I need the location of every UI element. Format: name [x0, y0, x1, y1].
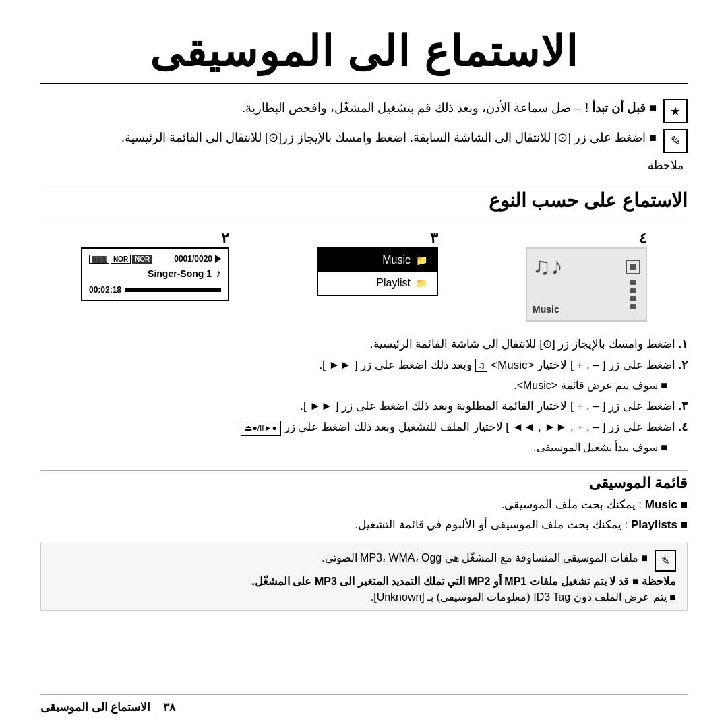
grid-icons-col — [620, 249, 646, 320]
menu-label-playlist: Playlist — [376, 277, 411, 289]
diagram-num-3: ٣ — [317, 230, 438, 247]
music-notes-icon: ♪♫ — [533, 254, 563, 278]
diagram-num-2: ٢ — [81, 230, 229, 247]
music-label: Music — [645, 498, 677, 511]
music-grid: ♪♫ Music — [526, 247, 647, 322]
pencil-icon: ✎ — [663, 129, 688, 153]
play-icon — [215, 255, 221, 263]
mode-nor-1: NOR — [132, 255, 152, 264]
note-label-top: ملاحظة — [40, 158, 684, 173]
diagrams-row: ٢ 0001/0020 NOR NOR ▓▓▓ ♪ Singer-Song 1 — [40, 230, 688, 322]
intro-section: ★ ■ قبل أن تبدأ ! – صل سماعة الأذن، وبعد… — [40, 99, 688, 173]
folder-icon-playlist: 📁 — [416, 278, 427, 289]
step-3: ٣. اضغط على زر [ – , + ] لاختيار القائمة… — [40, 397, 688, 415]
grid-dots — [630, 280, 636, 309]
step-2: ٢. اضغط على زر [ – , + ] لاختيار <Music>… — [40, 356, 688, 374]
menu-item-music[interactable]: 📁 Music — [318, 249, 437, 272]
grid-music-label: Music — [533, 304, 559, 315]
dot-1 — [630, 280, 636, 285]
intro-row-2: ✎ ■ اضغط على زر [⊙] للانتقال الى الشاشة … — [40, 129, 688, 153]
intro-text-1: ■ قبل أن تبدأ ! – صل سماعة الأذن، وبعد ذ… — [242, 99, 657, 117]
menu-display: 📁 Music 📁 Playlist — [317, 247, 438, 296]
player-song-row: ♪ Singer-Song 1 — [89, 268, 221, 280]
music-icon-inline: ♫ — [475, 359, 488, 372]
music-list-section: قائمة الموسيقى ■ Music : يمكنك بحث ملف ا… — [40, 470, 688, 537]
folder-icon-music: 📁 — [416, 255, 427, 266]
intro-row-1: ★ ■ قبل أن تبدأ ! – صل سماعة الأذن، وبعد… — [40, 99, 688, 123]
diagram-4: ٤ ♪♫ Music — [526, 230, 647, 322]
menu-item-playlist[interactable]: 📁 Playlist — [318, 272, 437, 295]
page: الاستماع الى الموسيقى ★ ■ قبل أن تبدأ ! … — [0, 0, 728, 728]
music-list-title: قائمة الموسيقى — [40, 475, 688, 492]
step-1: ١. اضغط وامسك بالإيجاز زر [⊙] للانتقال ا… — [40, 335, 688, 353]
menu-label-music: Music — [382, 254, 411, 266]
star-icon: ★ — [663, 99, 688, 123]
footer-page-num: ٣٨ — [163, 701, 175, 714]
playlists-label: Playlists — [631, 518, 677, 531]
step-2-sub: ■ سوف يتم عرض قائمة <Music>. — [40, 377, 688, 394]
note-label-box: ملاحظة ■ قد لا يتم تشغيل ملفات MP1 أو MP… — [52, 575, 676, 588]
step-4-sub: ■ سوف يبدأ تشغيل الموسيقى. — [40, 439, 688, 456]
track-num: 0001/0020 — [174, 254, 212, 264]
song-name: Singer-Song 1 — [148, 268, 212, 279]
step-num-4: ٤. — [675, 421, 688, 433]
grid-notes-col: ♪♫ Music — [527, 249, 620, 320]
step-num-2: ٢. — [675, 359, 688, 371]
intro-bold-1: قبل أن تبدأ ! — [584, 101, 646, 115]
steps-section: ١. اضغط وامسك بالإيجاز زر [⊙] للانتقال ا… — [40, 335, 688, 459]
mode-nor-2: NOR — [111, 255, 131, 264]
time-display: 00:02:18 — [89, 285, 121, 295]
mode-battery: ▓▓▓ — [89, 255, 109, 264]
mode-badges: NOR NOR ▓▓▓ — [89, 255, 152, 264]
music-list-item-1: ■ Music : يمكنك بحث ملف الموسيقى. — [40, 496, 688, 514]
progress-bar — [125, 288, 221, 292]
page-footer: ٣٨ _ الاستماع الى الموسيقى — [40, 694, 688, 715]
diagram-num-4: ٤ — [526, 230, 647, 247]
step-num-3: ٣. — [675, 400, 688, 413]
grid-icon-box — [626, 260, 640, 274]
notes-box: ✎ ■ ملفات الموسيقى المتساوقة مع المشغّل … — [40, 543, 688, 611]
note-row-main: ✎ ■ ملفات الموسيقى المتساوقة مع المشغّل … — [52, 550, 676, 572]
section-header: الاستماع على حسب النوع — [40, 185, 688, 216]
page-title: الاستماع الى الموسيقى — [40, 27, 688, 84]
step-num-1: ١. — [675, 338, 688, 351]
diagram-2: ٢ 0001/0020 NOR NOR ▓▓▓ ♪ Singer-Song 1 — [81, 230, 229, 301]
footer-text: ٣٨ _ الاستماع الى الموسيقى — [40, 700, 175, 715]
progress-bar-container: 00:02:18 — [89, 285, 221, 295]
dot-3 — [630, 296, 636, 301]
dot-4 — [630, 304, 636, 309]
music-list-item-2: ■ Playlists : يمكنك بحث ملف الموسيقى أو … — [40, 516, 688, 534]
footer-section-title: الاستماع الى الموسيقى — [40, 701, 150, 714]
player-top-row: 0001/0020 NOR NOR ▓▓▓ — [89, 254, 221, 264]
diagram-3: ٣ 📁 Music 📁 Playlist — [317, 230, 438, 296]
dot-2 — [630, 288, 636, 293]
intro-text-2: ■ اضغط على زر [⊙] للانتقال الى الشاشة ال… — [121, 129, 657, 147]
player-display: 0001/0020 NOR NOR ▓▓▓ ♪ Singer-Song 1 00… — [81, 247, 229, 301]
grid-icon-inner — [630, 264, 636, 270]
play-btn-inline: ●►II/●⏏ — [241, 421, 280, 436]
step-4: ٤. اضغط على زر [ – , + , ►► , ◄◄ ] لاختي… — [40, 418, 688, 436]
note-text-main: ■ ملفات الموسيقى المتساوقة مع المشغّل هي… — [322, 550, 648, 566]
pencil-icon-note: ✎ — [655, 550, 676, 572]
music-note-icon: ♪ — [216, 268, 221, 280]
note-row-2: ■ يتم عرض الملف دون ID3 Tag (معلومات الم… — [52, 590, 676, 603]
